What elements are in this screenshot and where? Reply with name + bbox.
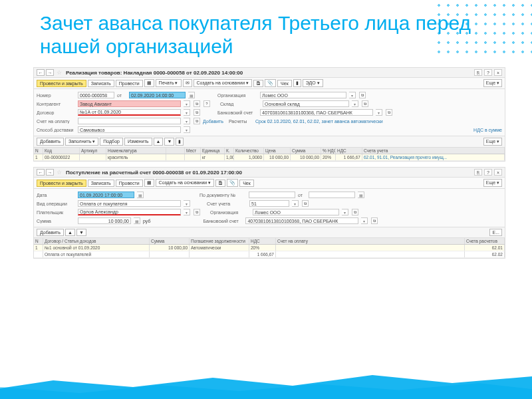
print-button[interactable]: Печать ▾	[156, 79, 182, 87]
chevron-down-icon[interactable]: ▾	[184, 118, 190, 124]
acc-link[interactable]: 62.01, 91.01, Реализация прочего имущ...	[362, 154, 505, 160]
attach-icon[interactable]: 🖺	[215, 180, 225, 187]
calendar-icon[interactable]: ▦	[188, 92, 195, 98]
docdate-input[interactable]	[309, 192, 355, 198]
date-input[interactable]: 02.09.2020 14:00:00	[129, 92, 186, 98]
save-button[interactable]: Записать	[88, 180, 114, 187]
scan-icon[interactable]: ▮	[176, 138, 184, 146]
pick-button[interactable]: Подбор	[100, 138, 123, 146]
down-icon[interactable]: ▼	[164, 138, 174, 146]
back-icon[interactable]: ←	[37, 169, 45, 176]
open-icon[interactable]: ⧉	[194, 118, 200, 124]
add-link[interactable]: Добавить	[203, 119, 223, 124]
open-icon[interactable]: ⧉	[302, 200, 309, 207]
chevron-down-icon[interactable]: ▾	[184, 200, 190, 207]
nds-link[interactable]: НДС в сумме	[473, 128, 502, 132]
star-icon[interactable]: ☆	[55, 69, 63, 76]
open-icon[interactable]: ⧉	[194, 109, 200, 116]
org-input[interactable]: Ломес ООО	[253, 209, 339, 215]
open-icon[interactable]: ⧉	[359, 92, 366, 98]
change-button[interactable]: Изменить	[124, 138, 152, 146]
info-icon[interactable]: ?	[203, 100, 210, 107]
mail-icon[interactable]: ✉	[183, 79, 192, 87]
more-button[interactable]: Еще ▾	[483, 179, 502, 187]
number-input[interactable]: 0000-000058	[78, 92, 114, 98]
table-row[interactable]: 1 №1 основной от 01.09.2020 10 000,00 Ав…	[34, 245, 505, 251]
create-based-button[interactable]: Создать на основании ▾	[156, 179, 215, 187]
date-input[interactable]: 01.09.2020 17:00:00	[78, 192, 134, 198]
warehouse-input[interactable]: Основной склад	[263, 100, 349, 107]
chevron-down-icon[interactable]: ▾	[376, 109, 382, 116]
post-close-button[interactable]: Провести и закрыть	[37, 180, 86, 187]
chevron-down-icon[interactable]: ▾	[184, 109, 190, 116]
open-icon[interactable]: ⧉	[352, 209, 358, 215]
help-icon[interactable]: ?	[484, 169, 492, 176]
org-input[interactable]: Ломес ООО	[260, 92, 346, 98]
invoice-input[interactable]	[78, 118, 181, 124]
cheque-button[interactable]: Чек	[277, 80, 292, 87]
chevron-down-icon[interactable]: ▾	[184, 126, 190, 133]
up-icon[interactable]: ▲	[65, 229, 75, 236]
link-icon[interactable]: ⎘	[474, 169, 482, 176]
grid-more-button[interactable]: Е...	[489, 229, 502, 236]
bank-input[interactable]: 40703810613810100368, ПАО СБЕРБАНК	[260, 109, 373, 116]
delivery-input[interactable]: Самовывоз	[78, 126, 181, 133]
forward-icon[interactable]: →	[46, 69, 54, 76]
counterparty-input[interactable]: Завод Авизант	[78, 100, 181, 107]
raschety-link[interactable]: Срок 02.10.2020, 62.01, 62.02, зачет ава…	[255, 119, 383, 124]
chevron-down-icon[interactable]: ▾	[352, 100, 358, 107]
attach-icon[interactable]: 🖺	[253, 80, 263, 87]
chevron-down-icon[interactable]: ▾	[361, 217, 368, 224]
open-icon[interactable]: ⧉	[194, 100, 200, 107]
table-row[interactable]: Оплата от покупателей 1 666,67 62.02	[34, 251, 505, 258]
open-icon[interactable]: ⧉	[386, 109, 392, 116]
help-icon[interactable]: ?	[484, 69, 492, 76]
calc-icon[interactable]: ▦	[134, 217, 140, 224]
create-based-button[interactable]: Создать на основании ▾	[194, 79, 253, 87]
grid-more-button[interactable]: Еще ▾	[483, 138, 502, 146]
docno-input[interactable]	[249, 192, 295, 198]
acc-input[interactable]: 51	[249, 200, 289, 207]
close-icon[interactable]: ×	[494, 69, 502, 76]
chevron-down-icon[interactable]: ▾	[184, 209, 190, 215]
bank-input[interactable]: 40703810613810100368, ПАО СБЕРБАНК	[245, 217, 358, 224]
edo-button[interactable]: ЭДО ▾	[303, 79, 323, 87]
forward-icon[interactable]: →	[46, 169, 54, 176]
contract-input[interactable]: №1А от 01.09.2020	[78, 109, 181, 116]
back-icon[interactable]: ←	[37, 69, 45, 76]
optype-input[interactable]: Оплата от покупателя	[78, 200, 181, 207]
cheque-button[interactable]: Чек	[239, 180, 254, 187]
post-close-button[interactable]: Провести и закрыть	[37, 80, 86, 87]
clip-icon[interactable]: 📎	[227, 179, 238, 187]
clip-icon[interactable]: 📎	[265, 79, 276, 87]
chevron-down-icon[interactable]: ▾	[342, 209, 348, 215]
calendar-icon[interactable]: ▦	[358, 192, 364, 198]
up-icon[interactable]: ▲	[154, 138, 164, 146]
down-icon[interactable]: ▼	[76, 229, 86, 236]
open-icon[interactable]: ⧉	[362, 100, 368, 107]
link-icon[interactable]: ⎘	[474, 69, 482, 76]
chevron-down-icon[interactable]: ▾	[184, 100, 190, 107]
conduct-icon[interactable]: ▦	[144, 179, 154, 187]
more-button[interactable]: Еще ▾	[483, 79, 502, 87]
sum-input[interactable]: 10 000,00	[78, 217, 131, 224]
table-row[interactable]: 1 00-00000022 краситель кг 1,000 1,0000 …	[34, 154, 505, 161]
conduct-icon[interactable]: ▦	[144, 79, 154, 87]
chevron-down-icon[interactable]: ▾	[349, 92, 356, 98]
post-button[interactable]: Провести	[116, 80, 143, 87]
chevron-down-icon[interactable]: ▾	[292, 200, 299, 207]
add-row-button[interactable]: Добавить	[37, 138, 64, 146]
open-icon[interactable]: ⧉	[371, 217, 378, 224]
doc2-toolbar: Провести и закрыть Записать Провести ▦ С…	[34, 178, 505, 189]
post-button[interactable]: Провести	[116, 180, 143, 187]
payer-input[interactable]: Орлов Александр	[78, 209, 181, 215]
barcode-icon[interactable]: ▮	[293, 79, 301, 87]
fill-button[interactable]: Заполнить ▾	[65, 138, 98, 146]
col-dog: Договор / Статья доходов	[43, 238, 150, 244]
close-icon[interactable]: ×	[494, 169, 502, 176]
calendar-icon[interactable]: ▦	[137, 192, 144, 198]
star-icon[interactable]: ☆	[55, 169, 63, 176]
add-row-button[interactable]: Добавить	[37, 229, 64, 236]
save-button[interactable]: Записать	[88, 80, 114, 87]
open-icon[interactable]: ⧉	[194, 209, 200, 215]
